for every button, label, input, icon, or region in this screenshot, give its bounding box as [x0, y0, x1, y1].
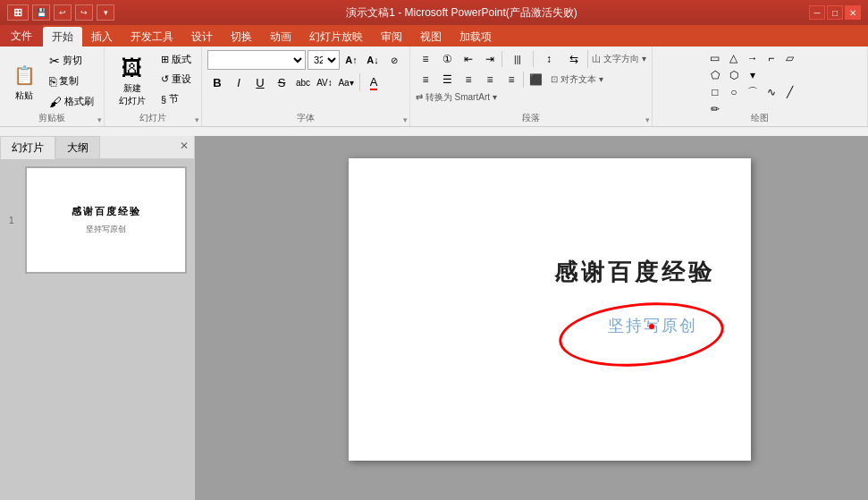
indent-decrease-button[interactable]: ⇤ [459, 50, 478, 68]
paragraph-group: ≡ ① ⇤ ⇥ ||| ↕ ⇆ 山 文字方向 ▾ ≡ ☰ ≡ ≡ ≡ ⬛ ⊡ [410, 47, 653, 126]
tab-devtools[interactable]: 开发工具 [122, 27, 182, 47]
convert-smartart-label[interactable]: ⇄ 转换为 SmartArt ▾ [416, 91, 497, 104]
tab-slideshow[interactable]: 幻灯片放映 [300, 27, 372, 47]
shape-triangle-button[interactable]: △ [725, 50, 743, 66]
tab-insert[interactable]: 插入 [82, 27, 122, 47]
section-button[interactable]: § 节 [156, 89, 196, 108]
font-group: 32 A↑ A↓ ⊘ B I U S abc AV↕ Aa▾ A 字体 ▾ [202, 47, 410, 126]
panel-close-button[interactable]: ✕ [174, 136, 194, 158]
reset-button[interactable]: ↺ 重设 [156, 70, 196, 89]
tab-outline-panel[interactable]: 大纲 [55, 136, 100, 158]
quick-access-toolbar[interactable]: ⊞ 💾 ↩ ↪ ▾ [7, 4, 114, 21]
shape-arc-button[interactable]: ⌒ [744, 84, 762, 100]
char-spacing-button[interactable]: AV↕ [315, 72, 334, 92]
slides-small-buttons: ⊞ 版式 ↺ 重设 § 节 [156, 50, 196, 108]
new-slide-button[interactable]: 🖼 新建 幻灯片 [110, 50, 155, 111]
tab-review[interactable]: 审阅 [372, 27, 411, 47]
clipboard-small-buttons: ✂ 剪切 ⎘ 复制 🖌 格式刷 [45, 51, 98, 112]
slide-canvas[interactable]: 感谢百度经验 坚持写原创 [349, 158, 751, 461]
slide-number: 1 [9, 216, 14, 225]
text-direction-label: 山 文字方向 ▾ [592, 53, 646, 65]
strikethrough-button[interactable]: S [272, 72, 291, 92]
rtl-button[interactable]: ⇆ [564, 50, 584, 68]
tab-animations[interactable]: 动画 [261, 27, 300, 47]
slide-thumb-subtitle: 坚持写原创 [86, 224, 126, 235]
shape-connector-button[interactable]: ╱ [781, 84, 799, 100]
copy-button[interactable]: ⎘ 复制 [45, 72, 98, 91]
shape-parallelogram-button[interactable]: ▱ [781, 50, 799, 66]
drawing-label: 绘图 [653, 112, 867, 124]
shape-pentagon-button[interactable]: ⬠ [706, 67, 724, 83]
copy-icon: ⎘ [49, 74, 56, 89]
shape-curve-button[interactable]: ∿ [763, 84, 780, 100]
tab-file[interactable]: 文件 [0, 25, 43, 47]
tab-design[interactable]: 设计 [182, 27, 222, 47]
shape-rect2-button[interactable]: □ [706, 84, 724, 100]
drawing-group: ▭ △ → ⌐ ▱ ⬠ ⬡ ▾ □ ○ ⌒ ∿ ╱ ✏ 绘图 [653, 47, 868, 126]
cut-button[interactable]: ✂ 剪切 [45, 51, 98, 71]
indent-increase-button[interactable]: ⇥ [480, 50, 500, 68]
list-number-button[interactable]: ① [437, 50, 457, 68]
save-button[interactable]: 💾 [32, 4, 50, 21]
change-case-button[interactable]: Aa▾ [336, 72, 356, 92]
italic-button[interactable]: I [229, 72, 249, 92]
minimize-button[interactable]: ─ [809, 5, 825, 20]
para-separator3 [587, 50, 588, 68]
slides-expand[interactable]: ▾ [195, 115, 199, 124]
font-name-select[interactable] [207, 50, 306, 70]
font-shrink-button[interactable]: A↓ [363, 50, 383, 70]
underline-button[interactable]: U [250, 72, 270, 92]
slide-thumb-wrapper: 1 感谢百度经验 坚持写原创 [25, 166, 187, 274]
tab-slides-panel[interactable]: 幻灯片 [0, 136, 55, 159]
align-distribute-button[interactable]: ≡ [501, 71, 521, 89]
font-separator [359, 73, 360, 91]
bold-button[interactable]: B [207, 72, 227, 92]
redo-button[interactable]: ↪ [75, 4, 93, 21]
reset-icon: ↺ [161, 73, 169, 85]
shape-rect-button[interactable]: ▭ [706, 50, 724, 66]
align-left-button[interactable]: ≡ [416, 71, 435, 89]
shape-more-button[interactable]: ▾ [744, 67, 762, 83]
align-center-button[interactable]: ☰ [437, 71, 457, 89]
tab-transitions[interactable]: 切换 [222, 27, 261, 47]
maximize-button[interactable]: □ [827, 5, 843, 20]
window-controls[interactable]: ─ □ ✕ [809, 5, 861, 20]
font-color-button[interactable]: A [364, 72, 383, 92]
shape-circle-button[interactable]: ○ [725, 84, 743, 100]
paste-button[interactable]: 📋 粘贴 [5, 57, 43, 106]
format-painter-icon: 🖌 [49, 95, 62, 109]
font-grow-button[interactable]: A↑ [341, 50, 361, 70]
customize-button[interactable]: ▾ [97, 4, 114, 21]
shadow-button[interactable]: abc [293, 72, 313, 92]
close-button[interactable]: ✕ [845, 5, 861, 20]
slide-thumb-title: 感谢百度经验 [72, 205, 141, 218]
shape-arrow-button[interactable]: → [744, 50, 762, 66]
shape-7-button[interactable]: ⌐ [763, 50, 780, 66]
tab-view[interactable]: 视图 [411, 27, 451, 47]
layout-button[interactable]: ⊞ 版式 [156, 50, 196, 69]
col-button[interactable]: ||| [504, 50, 531, 68]
tab-home[interactable]: 开始 [43, 27, 82, 47]
list-bullet-button[interactable]: ≡ [416, 50, 435, 68]
align-justify-button[interactable]: ≡ [480, 71, 500, 89]
title-bar: ⊞ 💾 ↩ ↪ ▾ 演示文稿1 - Microsoft PowerPoint(产… [0, 0, 868, 25]
office-button[interactable]: ⊞ [7, 4, 29, 21]
main-slide-area[interactable]: 感谢百度经验 坚持写原创 [195, 136, 868, 500]
para-separator2 [533, 51, 534, 67]
align-right-button[interactable]: ≡ [459, 71, 478, 89]
font-expand[interactable]: ▾ [403, 115, 408, 124]
shape-cube-button[interactable]: ⬡ [725, 67, 743, 83]
tab-addins[interactable]: 加载项 [451, 27, 501, 47]
line-spacing-button[interactable]: ↕ [535, 50, 562, 68]
paragraph-expand[interactable]: ▾ [645, 115, 650, 124]
slide-thumbnail[interactable]: 感谢百度经验 坚持写原创 [25, 166, 187, 274]
format-painter-button[interactable]: 🖌 格式刷 [45, 92, 98, 112]
font-size-select[interactable]: 32 [308, 50, 340, 70]
para-separator1 [501, 51, 502, 67]
undo-button[interactable]: ↩ [54, 4, 72, 21]
valign-button[interactable]: ⬛ [526, 71, 545, 89]
clipboard-expand[interactable]: ▾ [97, 115, 102, 124]
clear-format-button[interactable]: ⊘ [384, 50, 404, 70]
slide-title[interactable]: 感谢百度经验 [554, 257, 715, 288]
section-icon: § [161, 94, 166, 105]
